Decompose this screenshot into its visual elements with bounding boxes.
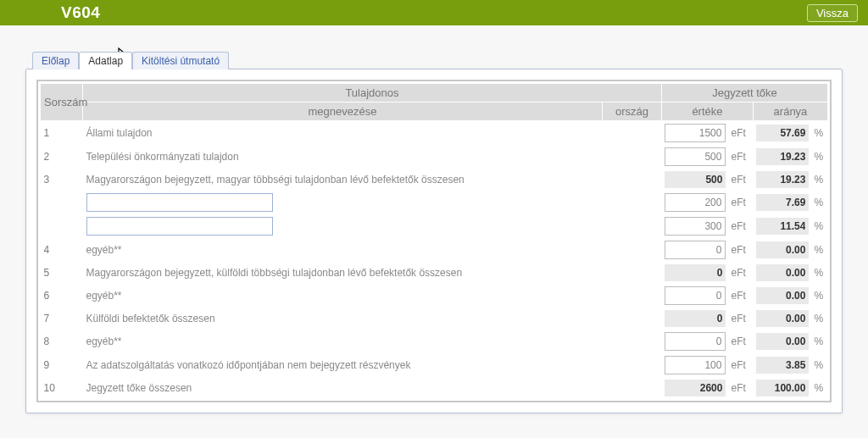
row-description-cell: Az adatszolgáltatás vonatkozó időpontjáb… — [83, 353, 662, 377]
unit-label: eFt — [729, 353, 753, 377]
percent-label: % — [812, 284, 827, 308]
row-description-cell: Jegyzett tőke összesen — [83, 377, 662, 399]
percent-label: % — [812, 169, 827, 191]
ratio-cell — [753, 145, 812, 169]
row-description-cell — [83, 191, 662, 214]
value-cell — [661, 238, 729, 262]
percent-label: % — [812, 121, 827, 146]
value-input[interactable] — [665, 217, 726, 236]
percent-label: % — [812, 145, 827, 169]
ratio-cell — [753, 169, 812, 191]
value-input[interactable] — [665, 286, 726, 305]
tab-adatlap[interactable]: Adatlap — [79, 52, 132, 69]
col-header-name: megnevezése — [83, 103, 603, 121]
ratio-cell — [753, 191, 812, 214]
value-cell — [661, 145, 729, 169]
row-index — [41, 214, 83, 238]
unit-label: eFt — [729, 169, 753, 191]
value-cell — [661, 284, 729, 308]
ratio-readonly — [756, 264, 809, 281]
col-header-ratio: aránya — [753, 103, 827, 121]
ratio-readonly — [756, 287, 809, 304]
row-description-cell: Külföldi befektetők összesen — [83, 308, 662, 330]
value-cell — [661, 353, 729, 377]
row-index: 8 — [41, 330, 83, 353]
value-cell — [661, 308, 729, 330]
unit-label: eFt — [729, 191, 753, 214]
ratio-readonly — [756, 333, 809, 350]
percent-label: % — [812, 214, 827, 238]
unit-label: eFt — [729, 377, 753, 399]
owner-name-input[interactable] — [86, 217, 273, 236]
row-description-cell — [83, 214, 662, 238]
value-input[interactable] — [665, 147, 726, 166]
row-index: 2 — [41, 145, 83, 169]
ratio-readonly — [756, 310, 809, 327]
unit-label: eFt — [729, 330, 753, 353]
tab-bar: Előlap Adatlap Kitöltési útmutató — [32, 51, 860, 69]
table-row: 5Magyarországon bejegyzett, külföldi töb… — [41, 262, 828, 284]
col-header-country: ország — [602, 103, 661, 121]
ratio-readonly — [756, 380, 809, 396]
table-row: 6egyéb**eFt% — [41, 284, 828, 308]
value-readonly — [665, 264, 726, 281]
unit-label: eFt — [729, 262, 753, 284]
owner-name-input[interactable] — [86, 193, 273, 212]
row-index: 1 — [41, 121, 83, 146]
unit-label: eFt — [729, 145, 753, 169]
row-index: 5 — [41, 262, 83, 284]
value-cell — [661, 262, 729, 284]
value-input[interactable] — [665, 241, 726, 259]
table-row: 8egyéb**eFt% — [41, 330, 828, 353]
unit-label: eFt — [729, 308, 753, 330]
value-cell — [661, 214, 729, 238]
table-row: 9Az adatszolgáltatás vonatkozó időpontjá… — [41, 353, 828, 377]
back-button[interactable]: Vissza — [807, 4, 858, 22]
row-index — [41, 191, 83, 214]
value-cell — [661, 169, 729, 191]
value-readonly — [665, 171, 726, 188]
ratio-cell — [753, 262, 812, 284]
col-header-capital: Jegyzett tőke — [661, 84, 827, 103]
percent-label: % — [812, 262, 827, 284]
row-index: 4 — [41, 238, 83, 262]
row-index: 9 — [41, 353, 83, 377]
percent-label: % — [812, 308, 827, 330]
col-header-value: értéke — [661, 103, 753, 121]
table-row: 7Külföldi befektetők összeseneFt% — [41, 308, 828, 330]
col-header-index: Sorszám — [41, 84, 83, 121]
unit-label: eFt — [729, 121, 753, 146]
row-description-cell: egyéb** — [83, 238, 662, 262]
table-row: 3Magyarországon bejegyzett, magyar többs… — [41, 169, 828, 191]
ratio-cell — [753, 330, 812, 353]
ratio-cell — [753, 353, 812, 377]
value-input[interactable] — [665, 332, 726, 351]
row-description-cell: Állami tulajdon — [83, 121, 662, 146]
ratio-cell — [753, 214, 812, 238]
value-readonly — [665, 380, 726, 396]
ratio-readonly — [756, 241, 809, 258]
page-title: V604 — [61, 3, 100, 22]
percent-label: % — [812, 330, 827, 353]
value-input[interactable] — [665, 356, 726, 374]
ratio-readonly — [756, 357, 809, 374]
percent-label: % — [812, 238, 827, 262]
tab-elolap[interactable]: Előlap — [32, 52, 79, 69]
ratio-readonly — [756, 171, 809, 188]
ratio-cell — [753, 308, 812, 330]
data-frame: Sorszám Tulajdonos Jegyzett tőke megneve… — [36, 80, 832, 402]
value-input[interactable] — [665, 193, 726, 212]
row-index: 10 — [41, 377, 83, 399]
tab-utmutato[interactable]: Kitöltési útmutató — [132, 52, 229, 69]
table-row: eFt% — [41, 214, 828, 238]
content-panel: Sorszám Tulajdonos Jegyzett tőke megneve… — [25, 69, 843, 413]
table-row: 4egyéb**eFt% — [41, 238, 828, 262]
col-header-owner: Tulajdonos — [83, 84, 662, 103]
table-row: 1Állami tulajdoneFt% — [41, 121, 828, 146]
unit-label: eFt — [729, 284, 753, 308]
ratio-cell — [753, 121, 812, 146]
value-input[interactable] — [665, 124, 726, 142]
ratio-readonly — [756, 125, 809, 141]
row-description-cell: egyéb** — [83, 284, 662, 308]
value-cell — [661, 377, 729, 399]
